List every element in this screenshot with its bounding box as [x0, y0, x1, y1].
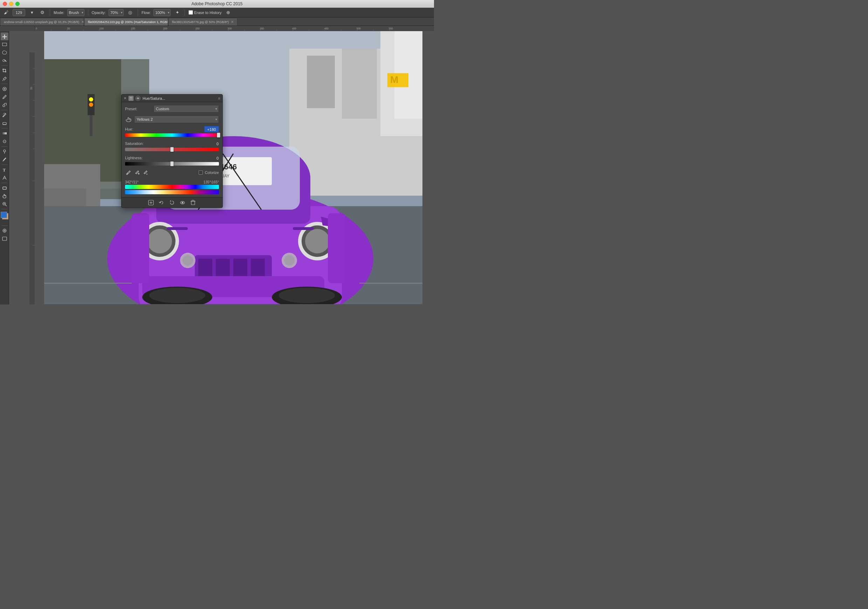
- tool-quick-select[interactable]: [1, 57, 8, 64]
- tab-2[interactable]: file3801302548776.jpg @ 50% (RGB/8*) ✕: [168, 18, 237, 26]
- tab-1[interactable]: file0002084251103.jpg @ 200% (Hue/Satura…: [84, 18, 168, 26]
- erase-to-history-checkbox[interactable]: [188, 10, 193, 15]
- svg-text:200: 200: [163, 27, 167, 30]
- tool-select-rect[interactable]: [1, 40, 8, 48]
- hue-slider-thumb[interactable]: [217, 133, 220, 138]
- hue-value-input[interactable]: +180: [204, 126, 219, 132]
- tab-0[interactable]: andrew-small-126502-unsplash.jpg @ 33,3%…: [0, 18, 84, 26]
- spectrum-bar-1: [125, 185, 219, 189]
- tool-pen[interactable]: [1, 156, 8, 164]
- panel-menu-icon[interactable]: ≡: [218, 96, 220, 100]
- erase-to-history-label: Erase to History: [194, 11, 222, 15]
- flow-label: Flow:: [141, 11, 150, 15]
- svg-rect-73: [2, 237, 7, 240]
- sat-slider-track[interactable]: [125, 148, 219, 151]
- tool-eraser[interactable]: [1, 119, 8, 127]
- range-labels: 342°/11° 135°\165°: [125, 180, 219, 184]
- brush-picker-button[interactable]: ▾: [28, 9, 36, 17]
- foreground-color-swatch[interactable]: [1, 212, 7, 218]
- svg-text:350: 350: [260, 27, 264, 30]
- erase-to-history-wrapper[interactable]: Erase to History: [188, 10, 222, 15]
- range-left-label: 342°/11°: [125, 180, 139, 184]
- svg-rect-124: [132, 213, 149, 283]
- airbrush-icon[interactable]: ✦: [174, 9, 181, 17]
- color-swatches[interactable]: [0, 212, 11, 223]
- lightness-value: 0: [204, 155, 219, 161]
- left-toolbar: T: [0, 31, 9, 304]
- create-layer-button[interactable]: [147, 199, 155, 207]
- brush-settings-icon[interactable]: ⚙: [39, 9, 46, 17]
- svg-text:400: 400: [292, 27, 296, 30]
- title-bar: Adobe Photoshop CC 2015: [0, 0, 434, 8]
- tool-crop[interactable]: [1, 67, 8, 74]
- tool-blur[interactable]: [1, 138, 8, 145]
- close-button[interactable]: [3, 2, 7, 6]
- tool-move[interactable]: [1, 32, 8, 40]
- opacity-dropdown[interactable]: 70%: [108, 9, 124, 16]
- svg-text:50: 50: [30, 87, 33, 90]
- mode-label: Mode:: [54, 11, 64, 15]
- tool-gradient[interactable]: [1, 130, 8, 137]
- tool-lasso[interactable]: [1, 49, 8, 56]
- opacity-label: Opacity:: [92, 11, 106, 15]
- hue-slider-track[interactable]: [125, 133, 219, 137]
- svg-text:450: 450: [324, 27, 329, 30]
- tool-spot-heal[interactable]: [1, 85, 8, 93]
- eyedropper-sample-icon[interactable]: [125, 169, 132, 176]
- svg-text:M: M: [390, 74, 398, 85]
- svg-line-68: [5, 205, 7, 206]
- target-adjustment-icon[interactable]: [125, 116, 132, 123]
- reset-previous-button[interactable]: [158, 199, 165, 207]
- tool-path-select[interactable]: [1, 174, 8, 182]
- tool-brush[interactable]: [1, 93, 8, 101]
- eyedropper-add-icon[interactable]: +: [133, 169, 141, 176]
- reset-default-button[interactable]: [168, 199, 176, 207]
- tool-dodge[interactable]: [1, 148, 8, 155]
- tool-icon[interactable]: 🖌: [2, 9, 10, 17]
- delete-layer-button[interactable]: [189, 199, 197, 207]
- options-bar: 🖌 129 ▾ ⚙ Mode: Brush Opacity: 70% ◎ Flo…: [0, 8, 434, 17]
- tool-rectangle[interactable]: [1, 184, 8, 192]
- minimize-button[interactable]: [9, 2, 13, 6]
- preset-dropdown[interactable]: Custom: [153, 105, 219, 113]
- extra-settings-icon[interactable]: ⊕: [224, 9, 232, 17]
- tool-history-brush[interactable]: [1, 111, 8, 119]
- tool-quick-mask[interactable]: [1, 227, 8, 235]
- pressure-opacity-icon[interactable]: ◎: [126, 9, 134, 17]
- svg-text:T: T: [3, 168, 6, 172]
- range-right-label: 135°\165°: [203, 180, 219, 184]
- tool-sep-9: [2, 226, 8, 226]
- svg-rect-129: [130, 97, 132, 98]
- tab-1-label: file0002084251103.jpg @ 200% (Hue/Satura…: [88, 20, 168, 24]
- tool-screen-mode[interactable]: [1, 235, 8, 243]
- panel-header[interactable]: ✕ Hue/Satura... ≡: [122, 94, 222, 102]
- lightness-row: Lightness: 0: [125, 155, 219, 165]
- svg-point-55: [3, 105, 5, 107]
- flow-dropdown[interactable]: 100%: [153, 9, 170, 16]
- panel-close-x[interactable]: ✕: [124, 96, 126, 100]
- light-slider-track[interactable]: [125, 162, 219, 165]
- flow-dropdown-wrap: 100%: [153, 9, 170, 16]
- mode-dropdown[interactable]: Brush: [67, 9, 84, 16]
- tab-0-close[interactable]: ✕: [81, 20, 84, 24]
- sat-label-row: Saturation: 0: [125, 141, 219, 147]
- brush-size-display[interactable]: 129: [12, 9, 25, 16]
- panel-title-area: ✕ Hue/Satura...: [124, 96, 165, 101]
- tool-zoom[interactable]: [1, 200, 8, 208]
- eyedroppers: + -: [125, 169, 149, 176]
- channel-dropdown[interactable]: Yellows 2: [134, 116, 219, 123]
- tool-type[interactable]: T: [1, 166, 8, 174]
- panel-visibility-icon[interactable]: [136, 96, 141, 101]
- light-slider-thumb[interactable]: [170, 161, 174, 166]
- tab-2-close[interactable]: ✕: [231, 20, 234, 24]
- colorize-checkbox[interactable]: [198, 170, 203, 175]
- tool-eyedropper[interactable]: [1, 75, 8, 83]
- tool-hand[interactable]: [1, 192, 8, 200]
- sat-slider-thumb[interactable]: [170, 147, 174, 152]
- maximize-button[interactable]: [16, 2, 20, 6]
- eyedropper-remove-icon[interactable]: -: [142, 169, 149, 176]
- tool-sep-7: [2, 183, 8, 183]
- toggle-visibility-button[interactable]: [179, 199, 186, 207]
- traffic-lights[interactable]: [3, 2, 20, 6]
- tool-clone-stamp[interactable]: [1, 101, 8, 109]
